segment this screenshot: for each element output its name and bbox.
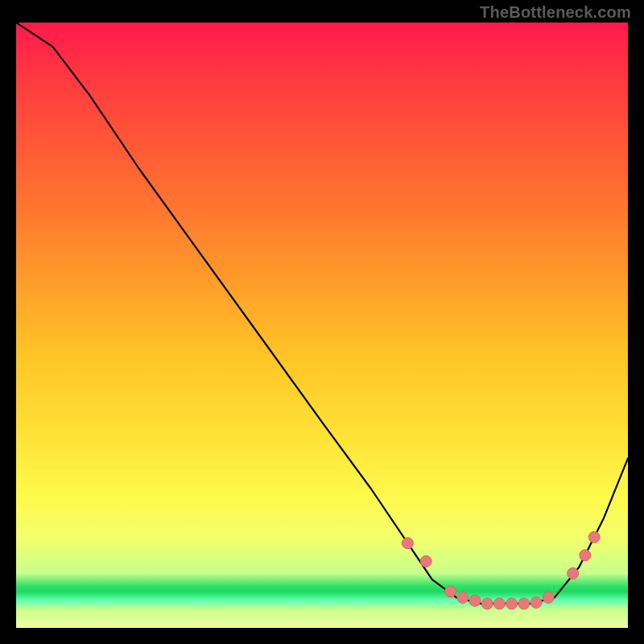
marker-dot xyxy=(402,538,413,549)
marker-dot xyxy=(420,555,431,567)
marker-dot xyxy=(445,586,456,597)
marker-dot xyxy=(518,598,530,609)
marker-dot xyxy=(457,592,469,603)
marker-dot xyxy=(506,598,518,609)
marker-dot xyxy=(543,592,554,603)
marker-group xyxy=(402,531,600,609)
chart-overlay xyxy=(16,23,628,628)
marker-dot xyxy=(469,595,481,606)
marker-dot xyxy=(493,598,505,609)
chart-frame: TheBottleneck.com xyxy=(0,0,644,644)
plot-area xyxy=(16,23,628,628)
marker-dot xyxy=(580,550,591,561)
marker-dot xyxy=(530,597,542,608)
marker-dot xyxy=(588,531,600,543)
curve-line xyxy=(16,23,628,604)
marker-dot xyxy=(481,598,493,609)
attribution-label: TheBottleneck.com xyxy=(480,3,631,22)
marker-dot xyxy=(568,568,579,579)
